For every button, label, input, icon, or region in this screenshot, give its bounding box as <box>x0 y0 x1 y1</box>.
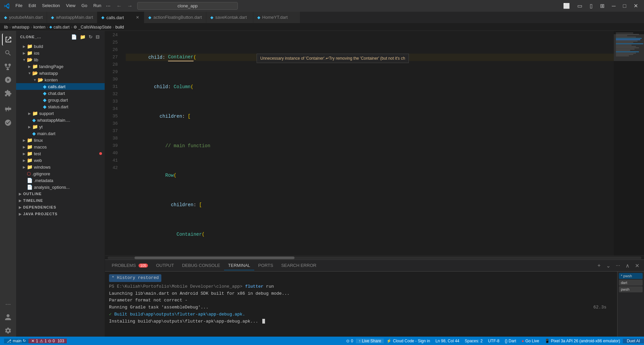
tab-calls[interactable]: ◆ calls.dart ✕ <box>97 12 144 23</box>
search-input[interactable] <box>137 2 238 10</box>
tab-close-button[interactable]: ✕ <box>135 14 140 20</box>
maximize-panel-button[interactable]: ∧ <box>624 262 632 270</box>
new-folder-icon[interactable]: 📁 <box>79 34 87 40</box>
menu-edit[interactable]: Edit <box>26 2 39 10</box>
menu-file[interactable]: File <box>13 2 25 10</box>
tree-item-calls-dart[interactable]: ◆ calls.dart <box>16 83 105 90</box>
breadcrumb-konten[interactable]: konten <box>33 25 45 30</box>
panel-tab-output[interactable]: OUTPUT <box>152 261 178 270</box>
horizontal-scrollbar[interactable] <box>105 255 644 260</box>
add-terminal-button[interactable]: + <box>595 262 602 269</box>
close-panel-button[interactable]: ✕ <box>633 262 641 270</box>
status-spaces[interactable]: Spaces: 2 <box>462 339 485 343</box>
panel-tab-search-error[interactable]: SEARCH ERROR <box>277 261 320 270</box>
close-button[interactable]: ✕ <box>631 2 641 10</box>
collapse-icon[interactable]: ⊟ <box>95 34 101 40</box>
terminal-tab-dart[interactable]: dart <box>619 280 643 286</box>
tree-item-gitignore[interactable]: ⬡ .gitignore <box>16 170 105 177</box>
settings-icon[interactable] <box>2 325 14 337</box>
outline-section[interactable]: ▶ OUTLINE <box>16 190 105 197</box>
panel-tab-ports[interactable]: PORTS <box>254 261 277 270</box>
tree-item-metadata[interactable]: 📄 .metadata <box>16 177 105 184</box>
menu-run[interactable]: Run <box>91 2 104 10</box>
tab-actionFloatingButton[interactable]: ◆ actionFloatingButton.dart <box>144 12 206 23</box>
java-projects-section[interactable]: ▶ JAVA PROJECTS <box>16 211 105 217</box>
more-icon[interactable]: ··· <box>2 298 14 310</box>
tree-item-konten[interactable]: ▼ 📂 konten <box>16 76 105 83</box>
tree-item-group-dart[interactable]: ◆ group.dart <box>16 97 105 103</box>
tree-item-landingPage[interactable]: ▶ 📁 landingPage <box>16 63 105 70</box>
breadcrumb-whastapp[interactable]: whastapp <box>12 25 29 30</box>
run-debug-icon[interactable] <box>2 74 14 86</box>
tree-item-web[interactable]: ▶ 📁 web <box>16 157 105 164</box>
split-editor-button[interactable]: ⬜ <box>560 2 573 10</box>
code-editor[interactable]: 24 25 26 27 28 29 30 31 32 33 34 35 36 3… <box>105 31 644 255</box>
menu-view[interactable]: View <box>63 2 78 10</box>
tree-item-build[interactable]: ▶ 📁 build <box>16 43 105 50</box>
explorer-icon[interactable] <box>2 34 14 46</box>
tab-youtubeMain[interactable]: ◆ youtubeMain.dart <box>0 12 47 23</box>
status-branch[interactable]: ⎇ main ↻ <box>4 339 29 343</box>
split-terminal-button[interactable]: ⌄ <box>604 262 612 270</box>
tree-item-test[interactable]: ▶ 📁 test <box>16 150 105 157</box>
extensions-icon[interactable] <box>2 87 14 99</box>
status-language[interactable]: {} Dart <box>502 339 519 343</box>
tree-item-whastapp[interactable]: ▼ 📂 whastapp <box>16 70 105 76</box>
search-activity-icon[interactable] <box>2 47 14 59</box>
status-duetai[interactable]: Duet AI <box>623 339 644 343</box>
terminal-tab-pwsh1[interactable]: * pwsh <box>619 273 643 279</box>
layout-button[interactable]: ⊞ <box>597 2 607 10</box>
status-encoding[interactable]: UTF-8 <box>485 339 502 343</box>
tree-item-macos[interactable]: ▶ 📁 macos <box>16 143 105 150</box>
breadcrumb-build[interactable]: build <box>115 25 124 30</box>
menu-go[interactable]: Go <box>79 2 90 10</box>
tab-saveKontak[interactable]: ◆ saveKontak.dart <box>206 12 253 23</box>
menu-more[interactable]: ··· <box>105 2 112 10</box>
tab-whastappMain[interactable]: ◆ whastappMain.dart <box>47 12 97 23</box>
status-golive[interactable]: ● Go Live <box>519 339 542 343</box>
minimize-button[interactable]: ─ <box>609 2 618 10</box>
more-terminal-button[interactable]: ··· <box>614 262 622 269</box>
timeline-section[interactable]: ▶ TIMELINE <box>16 197 105 204</box>
maximize-button[interactable]: □ <box>620 2 629 10</box>
toggle-sidebar-button[interactable]: ▯ <box>587 2 595 10</box>
tree-item-support[interactable]: ▶ 📁 support <box>16 110 105 117</box>
back-button[interactable]: ← <box>114 2 124 10</box>
tree-item-chat-dart[interactable]: ◆ chat.dart <box>16 90 105 97</box>
refresh-icon[interactable]: ↻ <box>88 34 94 40</box>
code-content[interactable]: child: Container( Unnecessary instance o… <box>122 31 614 255</box>
status-errors[interactable]: ✕ 1 ⚠ 1 ⊙ 0 103 <box>29 339 67 343</box>
new-file-icon[interactable]: 📄 <box>70 34 78 40</box>
terminal-tab-pwsh2[interactable]: pwsh <box>619 286 643 292</box>
tree-item-yt[interactable]: ▶ 📁 yt <box>16 123 105 130</box>
account-icon[interactable] <box>2 311 14 323</box>
git-icon[interactable] <box>2 103 14 115</box>
breadcrumb-state[interactable]: ⚙ _CallsWasapState <box>73 25 111 30</box>
tree-item-windows[interactable]: ▶ 📁 windows <box>16 164 105 170</box>
remote-icon[interactable] <box>2 117 14 129</box>
panel-tab-terminal[interactable]: TERMINAL <box>224 261 254 270</box>
toggle-panel-button[interactable]: ▭ <box>575 2 585 10</box>
terminal-content[interactable]: * History restored PS E:\Kuliah\Portofol… <box>105 272 617 337</box>
tree-item-linux[interactable]: ▶ 📁 linux <box>16 137 105 143</box>
panel-tab-debug-console[interactable]: DEBUG CONSOLE <box>178 261 224 270</box>
tree-item-lib[interactable]: ▼ 📂 lib <box>16 56 105 63</box>
menu-selection[interactable]: Selection <box>39 2 62 10</box>
panel-tab-problems[interactable]: PROBLEMS 105 <box>108 261 152 270</box>
forward-button[interactable]: → <box>125 2 135 10</box>
tree-item-main-dart[interactable]: ◆ main.dart <box>16 130 105 137</box>
status-lineinfo[interactable]: Ln 98, Col 44 <box>433 339 462 343</box>
tree-item-status-dart[interactable]: ◆ status.dart <box>16 103 105 110</box>
breadcrumb-lib[interactable]: lib <box>4 25 8 30</box>
dependencies-section[interactable]: ▶ DEPENDENCIES <box>16 204 105 211</box>
breadcrumb-calls[interactable]: calls.dart <box>53 25 69 30</box>
status-remote[interactable]: ⊙ 0 <box>343 339 356 343</box>
tree-item-whastappMain[interactable]: ◆ whastappMain.... <box>16 117 105 123</box>
status-liveshare[interactable]: ↑ Live Share <box>356 339 384 343</box>
tree-item-analysis[interactable]: 📄 analysis_options... <box>16 184 105 190</box>
status-cloudcode[interactable]: ⚡ Cloud Code - Sign in <box>384 339 433 343</box>
tree-item-ios[interactable]: ▶ 📁 ios <box>16 50 105 56</box>
status-device[interactable]: 📱 Pixel 3a API 26 (android-x86 emulator) <box>542 339 623 343</box>
tab-HomeYT[interactable]: ◆ HomeYT.dart <box>253 12 300 23</box>
scrollbar-thumb[interactable] <box>135 256 294 259</box>
